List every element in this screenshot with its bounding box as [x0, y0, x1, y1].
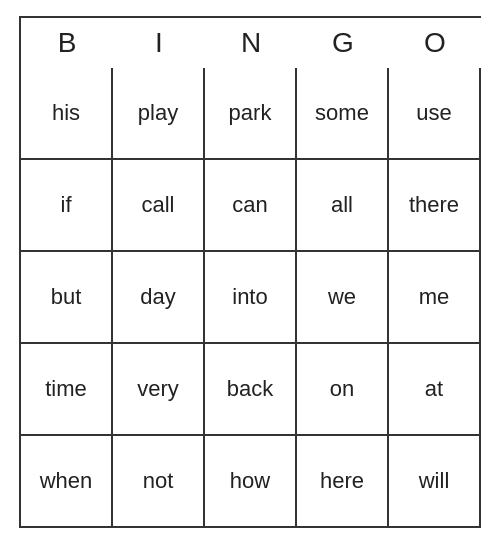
bingo-cell-1-0: if [21, 160, 113, 252]
bingo-cell-1-3: all [297, 160, 389, 252]
bingo-cell-2-4: me [389, 252, 481, 344]
header-cell-n: N [205, 18, 297, 68]
bingo-cell-1-1: call [113, 160, 205, 252]
bingo-cell-3-2: back [205, 344, 297, 436]
bingo-row-4: whennothowherewill [21, 436, 481, 528]
bingo-cell-4-3: here [297, 436, 389, 528]
header-cell-g: G [297, 18, 389, 68]
bingo-row-1: ifcallcanallthere [21, 160, 481, 252]
bingo-cell-2-0: but [21, 252, 113, 344]
header-cell-b: B [21, 18, 113, 68]
bingo-row-3: timeverybackonat [21, 344, 481, 436]
bingo-cell-0-2: park [205, 68, 297, 160]
bingo-cell-0-1: play [113, 68, 205, 160]
bingo-cell-3-0: time [21, 344, 113, 436]
bingo-cell-0-0: his [21, 68, 113, 160]
bingo-cell-4-4: will [389, 436, 481, 528]
bingo-row-2: butdayintoweme [21, 252, 481, 344]
bingo-cell-4-1: not [113, 436, 205, 528]
header-cell-o: O [389, 18, 481, 68]
bingo-cell-2-3: we [297, 252, 389, 344]
bingo-row-0: hisplayparksomeuse [21, 68, 481, 160]
bingo-cell-4-2: how [205, 436, 297, 528]
bingo-cell-2-1: day [113, 252, 205, 344]
bingo-card: BINGO hisplayparksomeuseifcallcanallther… [19, 16, 481, 528]
bingo-cell-3-1: very [113, 344, 205, 436]
bingo-cell-3-3: on [297, 344, 389, 436]
bingo-header-row: BINGO [21, 18, 481, 68]
bingo-cell-3-4: at [389, 344, 481, 436]
bingo-cell-0-4: use [389, 68, 481, 160]
bingo-cell-1-2: can [205, 160, 297, 252]
bingo-cell-4-0: when [21, 436, 113, 528]
header-cell-i: I [113, 18, 205, 68]
bingo-cell-1-4: there [389, 160, 481, 252]
bingo-cell-0-3: some [297, 68, 389, 160]
bingo-cell-2-2: into [205, 252, 297, 344]
